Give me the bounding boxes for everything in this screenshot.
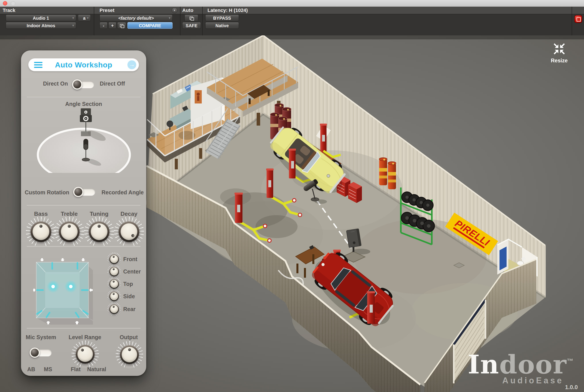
- direct-toggle[interactable]: [74, 81, 94, 88]
- safe-button[interactable]: SAFE: [182, 22, 201, 29]
- product-logo: Indoor™: [468, 350, 574, 376]
- output-knob[interactable]: [116, 341, 143, 368]
- rear-label: Rear: [123, 306, 136, 312]
- natural-label: Natural: [86, 366, 108, 372]
- chevron-down-icon: ▼: [72, 15, 75, 22]
- speaker-icon[interactable]: [80, 108, 92, 122]
- chevron-down-icon: ▼: [168, 15, 171, 22]
- track-label: Track: [3, 8, 16, 13]
- flat-label: Flat: [65, 366, 87, 372]
- output-label: Output: [111, 334, 147, 340]
- copy-icon: [190, 16, 193, 20]
- plugin-slot-selector[interactable]: Indoor Atmos▼: [6, 22, 76, 29]
- center-label: Center: [123, 268, 141, 275]
- mic-system-label: Mic System: [23, 334, 59, 340]
- chevron-down-icon: ▼: [86, 15, 89, 22]
- toggle-knob: [72, 79, 82, 90]
- rotation-toggle[interactable]: [75, 188, 95, 196]
- direct-off-label: Direct Off: [100, 80, 125, 87]
- front-label: Front: [123, 256, 137, 262]
- decay-knob[interactable]: [114, 217, 144, 247]
- preset-menu-icon[interactable]: ▼: [172, 8, 177, 13]
- tuning-label: Tuning: [86, 210, 112, 217]
- plugin-header: Track Preset ▼ Auto Latency: H (1024) Au…: [0, 7, 584, 36]
- latency-label: Latency: H (1024): [208, 8, 248, 13]
- recorded-angle-label: Recorded Angle: [102, 189, 144, 196]
- next-preset-button[interactable]: +: [108, 22, 116, 29]
- bypass-button[interactable]: BYPASS: [205, 14, 239, 21]
- preset-label: Preset: [100, 8, 114, 13]
- minimize-button[interactable]: [11, 1, 15, 6]
- treble-label: Treble: [56, 210, 83, 217]
- top-label: Top: [123, 281, 133, 287]
- bass-knob[interactable]: [26, 217, 56, 247]
- compare-button[interactable]: COMPARE: [127, 22, 173, 29]
- automation-mode-selector[interactable]: a▼: [78, 14, 91, 21]
- resize-label: Resize: [548, 58, 570, 64]
- angle-section-label: Angle Section: [21, 101, 146, 107]
- ms-label: MS: [41, 366, 55, 372]
- side-label: Side: [123, 293, 135, 300]
- yellow-car-lift-front-post: [288, 148, 296, 178]
- track-selector[interactable]: Audio 1▼: [6, 14, 76, 21]
- red-car-lift-front-post: [367, 291, 375, 324]
- toggle-knob: [73, 187, 83, 197]
- window-title-bar[interactable]: [0, 0, 584, 7]
- direct-on-label: Direct On: [21, 80, 68, 87]
- toggle-knob: [30, 348, 40, 358]
- librarian-button[interactable]: [185, 14, 198, 21]
- angle-section-display[interactable]: [26, 106, 141, 173]
- custom-rotation-label: Custom Rotation: [21, 189, 69, 196]
- rear-level-knob[interactable]: [107, 302, 121, 316]
- resize-button[interactable]: Resize: [548, 42, 570, 64]
- copy-icon: [120, 24, 124, 27]
- auto-label: Auto: [182, 8, 193, 13]
- chevron-down-icon: ▼: [72, 22, 75, 29]
- native-button[interactable]: Native: [205, 22, 239, 29]
- resize-collapse-icon: [553, 42, 566, 55]
- bass-label: Bass: [28, 210, 54, 217]
- next-room-arrow-icon[interactable]: →: [127, 60, 136, 69]
- treble-knob[interactable]: [54, 217, 84, 247]
- version-label: 1.0.0: [565, 384, 578, 391]
- automation-enable-button[interactable]: [574, 15, 582, 23]
- room-preset-title: Auto Workshop: [28, 58, 139, 71]
- close-button[interactable]: [3, 1, 7, 6]
- control-panel: Auto Workshop → Direct On Direct Off Ang…: [21, 50, 146, 376]
- ab-label: AB: [25, 366, 38, 372]
- level-range-knob[interactable]: [72, 340, 99, 368]
- preset-title-bar: Auto Workshop →: [28, 58, 139, 71]
- mic-system-toggle[interactable]: [31, 349, 52, 356]
- plugin-window: Track Preset ▼ Auto Latency: H (1024) Au…: [0, 0, 584, 392]
- copy-preset-button[interactable]: [117, 22, 126, 29]
- previous-preset-button[interactable]: -: [100, 22, 108, 29]
- preset-selector[interactable]: <factory default>▼: [100, 14, 173, 21]
- branding: Indoor™ AudioEase: [468, 350, 574, 385]
- mic-array-cube[interactable]: [33, 258, 93, 324]
- header-label-row: [0, 7, 584, 14]
